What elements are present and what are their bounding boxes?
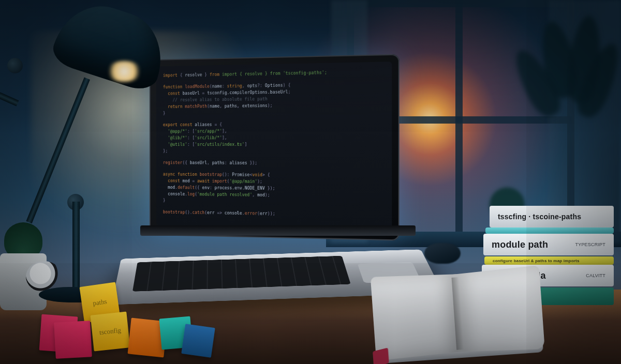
book-spine-thin (485, 228, 614, 234)
laptop: import { resolve } from import { resolve… (123, 57, 413, 315)
plant-large-icon (523, 16, 616, 150)
workspace-scene: import { resolve } from import { resolve… (0, 0, 621, 364)
book-caption: configure baseUrl & paths to map imports (493, 259, 580, 263)
open-notebook (369, 268, 551, 364)
code-editor: import { resolve } from import { resolve… (156, 62, 392, 230)
sticky-note: tsconfig (91, 312, 130, 352)
book-title: module path (492, 239, 548, 250)
book-aside: TYPESCRIPT (575, 242, 605, 247)
sticky-note (54, 321, 92, 359)
keyboard-icon (132, 256, 351, 292)
code-line: // resolve alias to absolute file path (168, 97, 268, 102)
book-title: tsscfing · tscoine-paths (498, 213, 581, 221)
sticky-note (181, 324, 215, 358)
mouse-icon (424, 243, 461, 264)
book-spine-yellow: configure baseUrl & paths to map imports (484, 256, 614, 265)
code-line: import { resolve } from 'tsconfig-paths'… (222, 70, 327, 77)
tape-roll-icon (26, 261, 62, 292)
sticky-notes: paths tsconfig (40, 295, 211, 362)
book-spine-upper: module path TYPESCRIPT (483, 234, 614, 255)
sticky-label: tsconfig (99, 326, 121, 337)
sticky-label: paths (92, 297, 107, 308)
book-spine-top: tsscfing · tscoine-paths (490, 206, 614, 228)
laptop-screen: import { resolve } from import { resolve… (150, 54, 400, 241)
book-aside: CALVITT (586, 273, 605, 278)
